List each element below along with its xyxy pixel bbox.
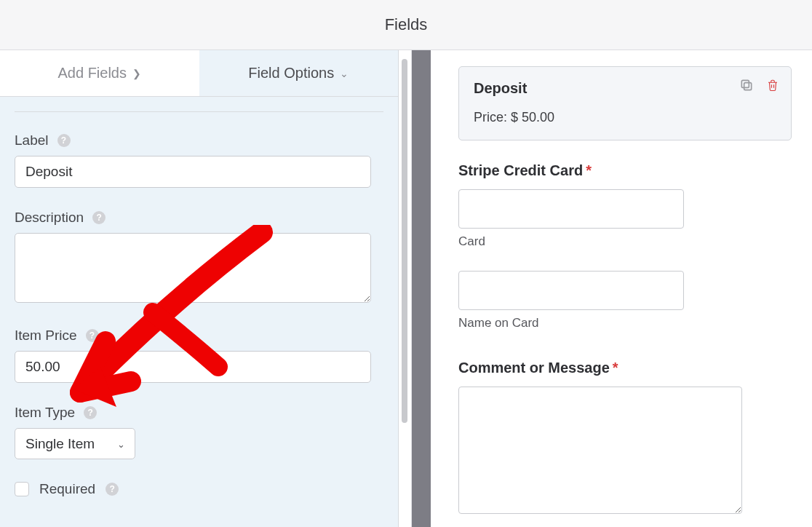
chevron-right-icon: ❯: [132, 68, 141, 79]
panel-divider[interactable]: [412, 50, 431, 527]
card-number-input[interactable]: [458, 189, 684, 229]
svg-rect-1: [741, 80, 749, 87]
svg-rect-0: [744, 83, 752, 90]
item-price-heading-row: Item Price ?: [15, 328, 383, 344]
help-icon[interactable]: ?: [92, 211, 106, 224]
description-heading: Description: [15, 210, 84, 226]
tab-field-options[interactable]: Field Options ⌄: [199, 50, 399, 97]
label-heading: Label: [15, 132, 49, 148]
tab-add-fields[interactable]: Add Fields ❯: [0, 50, 199, 97]
panel-gutter: [399, 50, 412, 527]
tabs: Add Fields ❯ Field Options ⌄: [0, 50, 398, 97]
scrollbar-thumb[interactable]: [402, 59, 407, 423]
help-icon[interactable]: ?: [84, 406, 97, 419]
item-type-heading: Item Type: [15, 405, 75, 421]
label-heading-row: Label ?: [15, 132, 383, 148]
card-title: Deposit: [474, 80, 776, 97]
required-star: *: [586, 162, 592, 178]
comment-textarea[interactable]: [458, 387, 742, 514]
selected-field-card[interactable]: Deposit Price: $ 50.00: [458, 66, 792, 140]
label-input[interactable]: [15, 156, 371, 188]
chevron-down-icon: ⌄: [340, 68, 349, 79]
comment-label: Comment or Message*: [458, 360, 792, 376]
card-sublabel: Card: [458, 234, 792, 249]
item-price-heading: Item Price: [15, 328, 77, 344]
required-row: Required ?: [15, 481, 383, 497]
divider: [15, 111, 383, 112]
tab-field-options-label: Field Options: [248, 65, 334, 82]
duplicate-icon[interactable]: [739, 77, 755, 93]
field-options-panel: Label ? Description ? Item Price ?: [0, 97, 398, 504]
left-panel: Add Fields ❯ Field Options ⌄ Label ? Des…: [0, 50, 399, 527]
name-sublabel: Name on Card: [458, 316, 792, 330]
help-icon[interactable]: ?: [106, 483, 119, 496]
required-star: *: [613, 360, 618, 376]
required-label: Required: [39, 481, 95, 497]
card-price: Price: $ 50.00: [474, 110, 776, 125]
tab-add-fields-label: Add Fields: [58, 65, 127, 82]
page-title: Fields: [385, 15, 428, 34]
help-icon[interactable]: ?: [57, 134, 71, 147]
description-heading-row: Description ?: [15, 210, 383, 226]
help-icon[interactable]: ?: [86, 329, 99, 342]
trash-icon[interactable]: [765, 77, 781, 93]
name-on-card-input[interactable]: [458, 271, 684, 310]
description-input[interactable]: [15, 233, 371, 303]
required-checkbox[interactable]: [15, 482, 29, 496]
stripe-label: Stripe Credit Card*: [458, 162, 792, 179]
item-type-select[interactable]: Single Item: [15, 428, 135, 459]
page-header: Fields: [0, 0, 812, 50]
form-preview: Deposit Price: $ 50.00 Stripe Credit Car…: [431, 50, 812, 527]
item-price-input[interactable]: [15, 351, 371, 383]
item-type-heading-row: Item Type ?: [15, 405, 383, 421]
